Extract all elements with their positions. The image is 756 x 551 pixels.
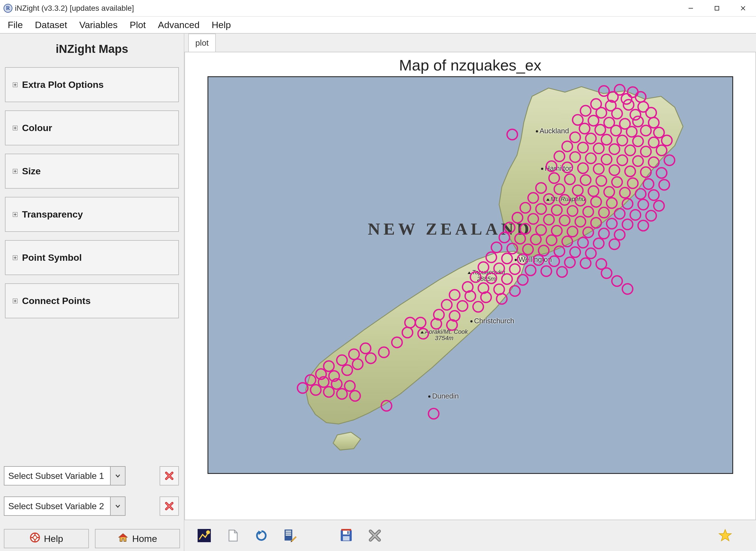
quake-point [595, 124, 605, 135]
subset-2-clear-button[interactable] [160, 497, 179, 516]
quake-point [580, 105, 591, 116]
option-extra-plot-options[interactable]: Extra Plot Options [5, 67, 179, 102]
menu-file[interactable]: File [2, 17, 29, 33]
window-close-button[interactable] [730, 0, 756, 16]
quake-point [323, 387, 334, 397]
quake-point [554, 151, 564, 162]
help-button[interactable]: Help [4, 529, 89, 548]
quake-point [585, 153, 596, 163]
quake-point [528, 214, 538, 224]
option-label: Extra Plot Options [22, 79, 104, 90]
quake-point [627, 178, 638, 188]
quake-point [599, 207, 609, 218]
quake-point [640, 167, 651, 177]
tool-edit-button[interactable] [281, 527, 299, 544]
quake-point [654, 200, 664, 211]
option-connect-points[interactable]: Connect Points [5, 284, 179, 318]
subset-1-clear-button[interactable] [160, 466, 179, 486]
plot-toolbar [184, 520, 756, 551]
quake-point [612, 276, 622, 287]
quake-point [473, 302, 483, 312]
svg-marker-34 [258, 531, 262, 535]
menu-variables[interactable]: Variables [73, 17, 124, 33]
quake-point [552, 225, 562, 236]
menu-help[interactable]: Help [206, 17, 237, 33]
tool-plot-options-button[interactable] [195, 527, 213, 544]
quake-point [648, 117, 659, 128]
quake-point [536, 225, 546, 235]
chevron-down-icon [110, 467, 125, 485]
quake-point [619, 187, 630, 198]
quake-point [544, 194, 554, 204]
quake-point [622, 219, 633, 230]
plus-icon [12, 211, 18, 217]
plus-icon [12, 255, 18, 261]
menu-plot[interactable]: Plot [124, 17, 152, 33]
tool-refresh-button[interactable] [253, 527, 270, 544]
quake-point [486, 252, 496, 262]
menu-advanced[interactable]: Advanced [152, 17, 206, 33]
subset-variable-2-select[interactable]: Select Subset Variable 2 [4, 497, 125, 516]
quake-point [402, 328, 413, 338]
quake-point [607, 198, 617, 208]
option-transparency[interactable]: Transparency [5, 197, 179, 232]
quake-point [418, 329, 428, 339]
quake-point [614, 229, 625, 240]
tool-new-plot-button[interactable] [224, 527, 242, 544]
sidebar-title: iNZight Maps [4, 42, 180, 56]
svg-marker-45 [719, 530, 731, 541]
tool-favourite-button[interactable] [716, 527, 734, 544]
quake-point [562, 236, 572, 247]
plus-icon [12, 82, 18, 88]
quake-point [612, 108, 622, 119]
home-button[interactable]: Home [95, 529, 180, 548]
quake-point [621, 94, 632, 104]
quake-point [533, 255, 544, 265]
quake-point [609, 144, 619, 154]
option-label: Point Symbol [22, 252, 82, 263]
quake-point [305, 375, 316, 385]
option-point-symbol[interactable]: Point Symbol [5, 240, 179, 275]
quake-point [557, 267, 567, 277]
quake-point [457, 301, 468, 311]
quake-point [640, 146, 651, 157]
quake-point [554, 184, 564, 194]
quake-point [536, 183, 546, 193]
quake-point [310, 385, 321, 395]
help-label: Help [44, 533, 63, 544]
titlebar: R iNZight (v3.3.2) [updates available] [0, 0, 756, 17]
menu-dataset[interactable]: Dataset [29, 17, 73, 33]
home-icon [118, 532, 128, 545]
subset-2-placeholder: Select Subset Variable 2 [4, 501, 110, 511]
window-minimize-button[interactable] [678, 0, 704, 16]
quake-point [575, 195, 585, 206]
window-controls [678, 0, 756, 16]
quake-point [517, 254, 528, 264]
option-colour[interactable]: Colour [5, 110, 179, 145]
quake-point [465, 291, 476, 301]
tab-plot[interactable]: plot [188, 34, 216, 52]
quake-point [585, 133, 596, 144]
quake-point [601, 134, 612, 145]
plot-title: Map of nzquakes_ex [399, 56, 541, 74]
quake-point [583, 206, 593, 217]
quake-point [599, 228, 609, 239]
quake-point [648, 157, 659, 167]
quake-point [633, 136, 643, 146]
subset-variable-1-select[interactable]: Select Subset Variable 1 [4, 466, 125, 486]
quake-point [567, 206, 578, 216]
main-area: plot Map of nzquakes_ex [184, 34, 756, 551]
svg-rect-3 [715, 6, 719, 10]
option-size[interactable]: Size [5, 154, 179, 189]
quake-point [625, 166, 635, 176]
window-maximize-button[interactable] [704, 0, 730, 16]
tool-save-button[interactable] [337, 527, 355, 544]
quake-point [585, 248, 596, 258]
quake-point [478, 262, 488, 272]
quake-point [525, 265, 536, 276]
quake-point [640, 125, 651, 136]
quake-point [523, 244, 533, 255]
app-logo-icon: R [3, 4, 13, 13]
tool-close-plot-button[interactable] [366, 527, 384, 544]
quake-point [297, 383, 308, 393]
